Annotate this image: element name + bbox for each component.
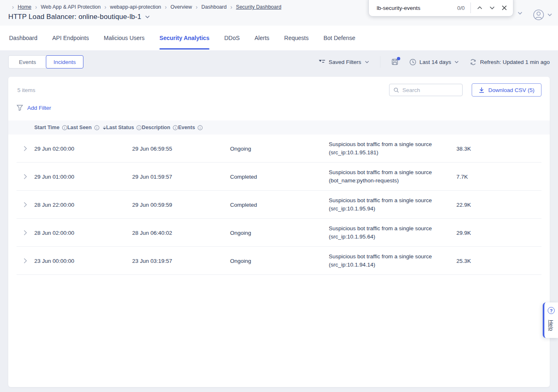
- row-expander-button[interactable]: [8, 230, 34, 236]
- time-range-dropdown[interactable]: Last 14 days: [409, 59, 459, 66]
- collapsed-dropdown-chevron-icon[interactable]: [518, 12, 522, 15]
- column-header[interactable]: Events: [178, 125, 203, 130]
- events-count-cell: 29.9K: [456, 230, 550, 236]
- table-row: 29 Jun 01:00:00 29 Jun 01:59:57 Complete…: [8, 163, 550, 191]
- breadcrumb-link[interactable]: Overview: [171, 4, 192, 10]
- time-range-chevron-icon: [454, 61, 459, 64]
- info-icon[interactable]: [136, 125, 142, 130]
- save-filter-button[interactable]: [391, 58, 399, 66]
- breadcrumb-link[interactable]: Home: [18, 4, 31, 10]
- column-header[interactable]: Last Status: [106, 125, 142, 130]
- tab[interactable]: Alerts: [254, 26, 269, 50]
- column-header[interactable]: Last Seen: [67, 125, 106, 130]
- download-icon: [479, 87, 484, 93]
- user-avatar-icon[interactable]: [533, 9, 544, 21]
- table-header-row: Start Time Last Seen: [8, 120, 550, 135]
- toggle-segment[interactable]: Events: [9, 56, 46, 68]
- help-tab[interactable]: ? Help: [543, 302, 558, 338]
- breadcrumb-separator-icon: ›: [165, 4, 167, 10]
- help-label: Help: [548, 320, 554, 331]
- analytics-toolbar: Events Incidents Saved Filters: [8, 55, 550, 68]
- add-filter-label: Add Filter: [27, 105, 51, 111]
- toggle-segment[interactable]: Incidents: [46, 55, 83, 68]
- row-expander-button[interactable]: [8, 258, 34, 264]
- breadcrumb-item: › Home: [8, 4, 31, 10]
- saved-filters-chevron-icon: [365, 61, 369, 64]
- tab-label: Bot Defense: [323, 35, 355, 41]
- last-seen-cell: 29 Jun 01:59:57: [132, 174, 230, 180]
- tab-label: DDoS: [224, 35, 240, 41]
- clock-icon: [409, 59, 416, 66]
- refresh-button[interactable]: Refresh: Updated 1 min ago: [470, 59, 550, 66]
- account-menu-chevron-icon[interactable]: [547, 13, 552, 17]
- description-cell: Suspicious bot traffic from a single sou…: [329, 253, 456, 269]
- funnel-icon: [17, 104, 23, 111]
- row-expander-button[interactable]: [8, 202, 34, 208]
- search-icon: [394, 87, 399, 93]
- events-count-cell: 22.9K: [456, 202, 550, 208]
- info-icon[interactable]: [173, 125, 178, 130]
- last-status-cell: Ongoing: [230, 230, 329, 236]
- saved-filters-dropdown[interactable]: Saved Filters: [319, 59, 369, 65]
- column-header-label: Last Seen: [67, 125, 92, 130]
- search-input[interactable]: [402, 87, 458, 93]
- start-time-cell: 28 Jun 22:00:00: [34, 202, 132, 208]
- find-input[interactable]: lb-security-events: [369, 5, 457, 11]
- find-close-button[interactable]: [498, 2, 511, 14]
- section-tabs: Dashboard API Endpoints Malicious Users …: [0, 26, 558, 50]
- tab[interactable]: DDoS: [224, 26, 240, 50]
- row-expander-button[interactable]: [8, 146, 34, 151]
- row-expander-button[interactable]: [8, 174, 34, 179]
- description-cell: Suspicious bot traffic from a single sou…: [329, 196, 456, 213]
- table-row: 28 Jun 22:00:00 29 Jun 00:59:59 Complete…: [8, 191, 550, 219]
- breadcrumb-separator-icon: ›: [230, 4, 233, 10]
- breadcrumb-link[interactable]: Dashboard: [202, 4, 227, 10]
- download-csv-button[interactable]: Download CSV (5): [472, 83, 541, 97]
- tab[interactable]: Dashboard: [9, 26, 38, 50]
- sort-indicator-icon[interactable]: [103, 126, 106, 130]
- find-match-count: 0/0: [457, 5, 465, 11]
- title-chevron-down-icon[interactable]: [145, 15, 150, 19]
- last-status-cell: Ongoing: [230, 258, 329, 264]
- find-previous-button[interactable]: [473, 2, 486, 14]
- events-count-cell: 38.3K: [456, 146, 550, 152]
- breadcrumb-item: › Dashboard: [192, 4, 227, 10]
- column-header-label: Start Time: [34, 125, 59, 130]
- incidents-table: Start Time Last Seen: [8, 120, 550, 275]
- tab[interactable]: Bot Defense: [323, 26, 355, 50]
- find-divider: [470, 2, 471, 13]
- tab-label: Security Analytics: [159, 35, 209, 41]
- table-row: 23 Jun 00:00:00 23 Jun 03:19:57 Ongoing …: [8, 247, 550, 275]
- download-csv-label: Download CSV (5): [488, 87, 534, 93]
- last-seen-cell: 28 Jun 06:40:02: [132, 230, 230, 236]
- column-header-label: Description: [142, 125, 170, 130]
- breadcrumb-link[interactable]: Security Dashboard: [236, 4, 281, 10]
- tab[interactable]: Malicious Users: [104, 26, 145, 50]
- info-icon[interactable]: [197, 125, 203, 130]
- last-status-cell: Completed: [230, 174, 329, 180]
- chevron-right-icon: [24, 202, 27, 208]
- breadcrumb-link[interactable]: webapp-api-protection: [110, 4, 161, 10]
- tab-label: Dashboard: [9, 35, 38, 41]
- tab-label: Requests: [284, 35, 309, 41]
- start-time-cell: 29 Jun 02:00:00: [34, 146, 132, 152]
- last-status-cell: Completed: [230, 202, 329, 208]
- tab[interactable]: Requests: [284, 26, 309, 50]
- add-filter-button[interactable]: Add Filter: [17, 104, 51, 111]
- table-row: 28 Jun 02:00:00 28 Jun 06:40:02 Ongoing …: [8, 219, 550, 247]
- table-search: [389, 84, 463, 96]
- find-next-button[interactable]: [486, 2, 498, 14]
- tab[interactable]: Security Analytics: [159, 26, 209, 50]
- start-time-cell: 29 Jun 01:00:00: [34, 174, 132, 180]
- description-cell: Suspicious bot traffic from a single sou…: [329, 140, 456, 157]
- breadcrumb-item: › Web App & API Protection: [31, 4, 101, 10]
- incidents-card: 5 items Download CSV (5): [8, 77, 550, 387]
- breadcrumb-link[interactable]: Web App & API Protection: [41, 4, 101, 10]
- table-row: 29 Jun 02:00:00 29 Jun 06:59:55 Ongoing …: [8, 135, 550, 163]
- column-header[interactable]: Description: [142, 125, 178, 130]
- tab[interactable]: API Endpoints: [52, 26, 89, 50]
- table-body: 29 Jun 02:00:00 29 Jun 06:59:55 Ongoing …: [8, 135, 550, 275]
- info-icon[interactable]: [94, 125, 100, 130]
- info-icon[interactable]: [62, 125, 67, 130]
- column-header[interactable]: Start Time: [34, 125, 67, 130]
